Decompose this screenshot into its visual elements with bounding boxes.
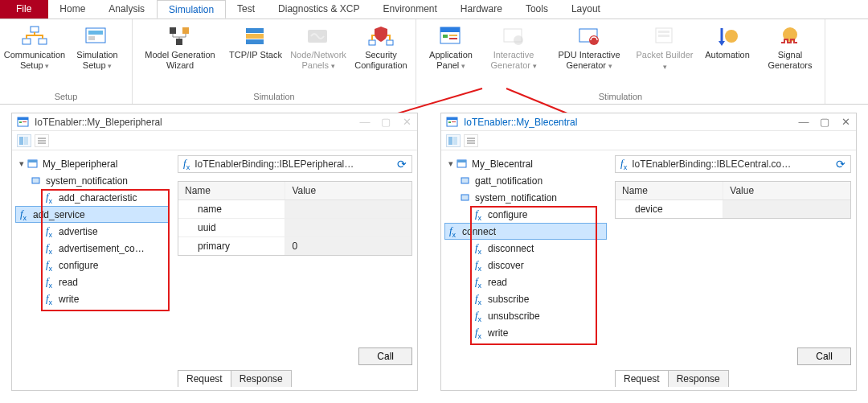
svg-rect-34 (23, 121, 27, 122)
tab-simulation[interactable]: Simulation (157, 0, 226, 19)
tab-environment[interactable]: Environment (371, 0, 448, 19)
svg-rect-53 (457, 160, 466, 162)
svg-rect-2 (39, 39, 47, 44)
tab-request[interactable]: Request (615, 370, 669, 387)
tab-response[interactable]: Response (231, 370, 292, 387)
fx-icon: fx (472, 209, 485, 220)
svg-rect-39 (38, 142, 46, 144)
svg-point-21 (514, 35, 523, 45)
security-configuration-button[interactable]: Security Configuration (350, 23, 412, 72)
tcpip-stack-button[interactable]: TCP/IP Stack (224, 23, 287, 62)
fx-icon: fx (472, 327, 485, 339)
tree-root[interactable]: ▾ My_Bleperipheral (15, 155, 170, 172)
close-button[interactable]: ✕ (401, 116, 412, 128)
svg-rect-6 (170, 27, 176, 34)
panel-icon (17, 117, 30, 128)
toolbar-view-split-button[interactable] (446, 134, 461, 147)
tree-fn-unsubscribe[interactable]: fxunsubscribe (444, 307, 607, 324)
communication-setup-button[interactable]: Communication Setup ▾ (3, 23, 66, 73)
tcpip-stack-icon (242, 24, 269, 48)
minimize-button[interactable]: — (798, 116, 809, 128)
pdu-interactive-generator-button[interactable]: PDU Interactive Generator ▾ (545, 23, 633, 73)
tab-tools[interactable]: Tools (514, 0, 560, 19)
svg-rect-51 (467, 142, 475, 144)
param-value[interactable] (723, 200, 850, 218)
tree-fn-read[interactable]: fxread (444, 273, 607, 290)
tree-fn-write[interactable]: fxwrite (15, 290, 170, 307)
tree-fn-read[interactable]: fxread (15, 273, 170, 290)
group-label-simulation: Simulation (253, 90, 294, 104)
model-generation-wizard-label: Model Generation Wizard (137, 50, 223, 71)
tree-fn-configure[interactable]: fxconfigure (444, 206, 607, 223)
toolbar-view-list-button[interactable] (35, 134, 49, 147)
security-configuration-label: Security Configuration (351, 50, 411, 71)
node-network-panels-button[interactable]: Node/Network Panels ▾ (287, 23, 350, 73)
param-table: Name Value nameuuidprimary0 (178, 181, 412, 256)
breadcrumb[interactable]: fx IoTEnablerBinding::IBLECentral.co… ⟳ (615, 155, 851, 173)
tab-file[interactable]: File (0, 0, 48, 19)
ribbon-tab-strip: File Home Analysis Simulation Test Diagn… (0, 0, 868, 19)
tree-fn-advertisement-co-[interactable]: fxadvertisement_co… (15, 240, 170, 257)
call-button[interactable]: Call (358, 347, 412, 365)
object-icon (456, 158, 469, 170)
application-panel-button[interactable]: Application Panel ▾ (420, 23, 482, 73)
param-row[interactable]: device (616, 200, 850, 218)
svg-rect-13 (369, 40, 375, 45)
tree-fn-write[interactable]: fxwrite (444, 324, 607, 341)
fx-icon: fx (446, 226, 459, 237)
tree-fn-discover[interactable]: fxdiscover (444, 257, 607, 273)
application-panel-icon (437, 24, 465, 48)
group-label-setup: Setup (55, 90, 78, 104)
tree-system-notification[interactable]: system_notification (15, 172, 170, 189)
tree-fn-connect[interactable]: fxconnect (444, 223, 607, 240)
group-label-stimulation: Stimulation (599, 90, 642, 104)
tab-layout[interactable]: Layout (560, 0, 612, 19)
close-button[interactable]: ✕ (840, 116, 851, 128)
breadcrumb-link-icon[interactable]: ⟳ (836, 158, 845, 171)
tree-fn-disconnect[interactable]: fxdisconnect (444, 240, 607, 257)
breadcrumb[interactable]: fx IoTEnablerBinding::IBLEPeripheral… ⟳ (178, 155, 412, 173)
param-row[interactable]: name (178, 200, 411, 219)
tree-fn-add-characteristic[interactable]: fxadd_characteristic (15, 189, 170, 206)
tab-diagnostics-xcp[interactable]: Diagnostics & XCP (267, 0, 371, 19)
automation-button[interactable]: Automation (696, 23, 759, 62)
maximize-button[interactable]: ▢ (819, 116, 830, 128)
model-generation-wizard-button[interactable]: Model Generation Wizard (136, 23, 224, 72)
tree-fn-configure[interactable]: fxconfigure (15, 257, 170, 273)
tab-analysis[interactable]: Analysis (97, 0, 157, 19)
maximize-button[interactable]: ▢ (380, 116, 391, 128)
fx-icon: fx (43, 294, 55, 305)
param-value[interactable] (285, 219, 411, 236)
packet-builder-button[interactable]: Packet Builder ▾ (633, 23, 696, 74)
tree-fn-label: connect (462, 226, 496, 237)
param-row[interactable]: primary0 (178, 237, 411, 255)
interactive-generator-button[interactable]: Interactive Generator ▾ (482, 23, 545, 73)
toolbar-view-split-button[interactable] (17, 134, 31, 147)
tree-gatt-notification[interactable]: gatt_notification (444, 172, 607, 189)
param-value[interactable]: 0 (285, 237, 411, 255)
simulation-setup-button[interactable]: Simulation Setup ▾ (66, 23, 129, 73)
call-button[interactable]: Call (797, 347, 851, 365)
signal-generators-button[interactable]: Signal Generators (759, 23, 821, 72)
tab-response[interactable]: Response (668, 370, 729, 387)
tab-test[interactable]: Test (226, 0, 267, 19)
tree-system-notification[interactable]: system_notification (444, 189, 607, 206)
svg-rect-48 (453, 137, 457, 145)
ribbon-group-setup: Communication Setup ▾ Simulation Setup ▾… (0, 19, 133, 104)
svg-rect-7 (182, 27, 189, 34)
tab-hardware[interactable]: Hardware (449, 0, 514, 19)
param-value[interactable] (285, 200, 411, 218)
tab-home[interactable]: Home (48, 0, 97, 19)
node-network-panels-label: Node/Network Panels (290, 50, 346, 70)
breadcrumb-link-icon[interactable]: ⟳ (397, 158, 407, 171)
tree-fn-subscribe[interactable]: fxsubscribe (444, 290, 607, 307)
tree-root[interactable]: ▾ My_Blecentral (444, 155, 607, 172)
tree-fn-advertise[interactable]: fxadvertise (15, 223, 170, 240)
minimize-button[interactable]: — (359, 116, 371, 128)
param-row[interactable]: uuid (178, 219, 411, 237)
toolbar-view-list-button[interactable] (464, 134, 478, 147)
tree-fn-add-service[interactable]: fxadd_service (15, 206, 170, 223)
tab-request[interactable]: Request (178, 370, 231, 387)
tree-fn-label: read (59, 277, 78, 288)
svg-rect-33 (19, 121, 22, 123)
